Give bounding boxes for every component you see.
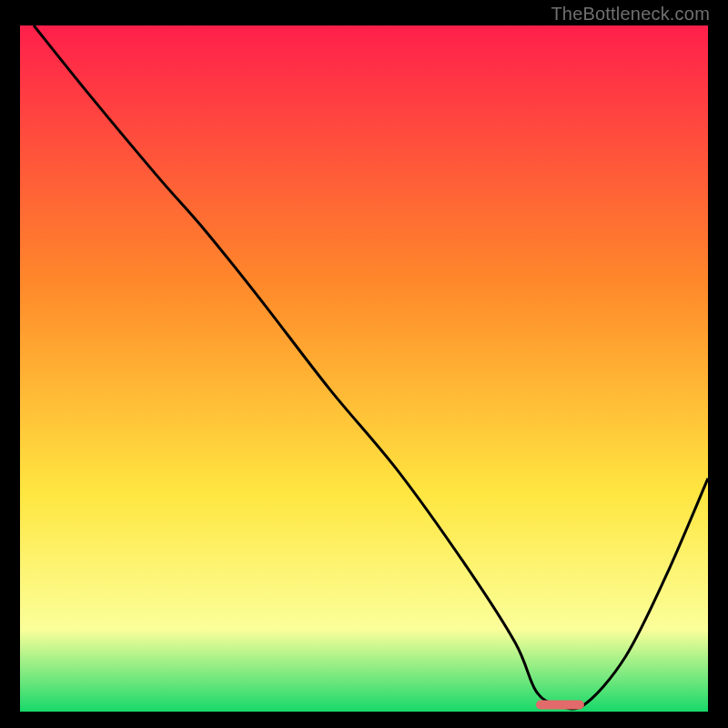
watermark-text: TheBottleneck.com [551,4,710,25]
bottleneck-chart [20,25,708,712]
optimal-marker [536,700,584,709]
gradient-background [20,25,708,712]
chart-frame [20,25,708,712]
